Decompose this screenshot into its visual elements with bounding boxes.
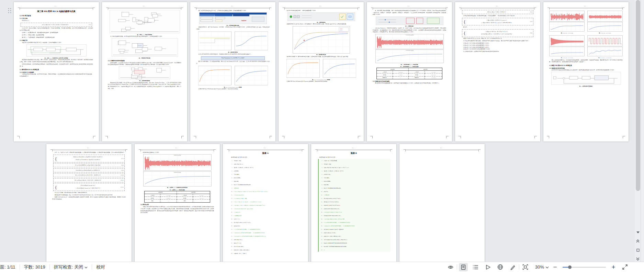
document-page[interactable]: 附录 A第二次设有阶跃响应的值进行对比，从系统仿真的参数数值自整定，具体参数图如… [190, 2, 275, 141]
line-number: 2. [320, 162, 323, 166]
code-listing: 1.format long2.syms Kip Kii w3.Vg=30; C=… [230, 159, 302, 255]
table-cell: 7.60e-03% [193, 197, 210, 200]
select-browse-object-icon[interactable] [635, 247, 641, 253]
code-line: 8.Kii=7.5131884043992956e+06 [230, 183, 302, 186]
paragraph: 相关时间响应参数如表 3-2 所示。 [140, 152, 214, 154]
footer-corner-mark [181, 136, 184, 138]
section-title: 第三章 PID 闭环 BUCK 电路的建模与仿真 [20, 10, 93, 13]
line-number: 15. [320, 207, 323, 211]
scroll-down-icon[interactable] [635, 229, 641, 235]
code-line: 10.e=w*1i; [320, 190, 391, 193]
footer-corner-mark [17, 136, 20, 138]
proofread-button[interactable]: 校对 [96, 264, 105, 270]
figure-simwide [551, 72, 621, 85]
drag-handle-icon[interactable] [8, 8, 12, 13]
table-row: 稳压0稳流1A [144, 200, 210, 202]
table-cell: 稳压 [144, 200, 160, 202]
line-number: 2. [230, 162, 233, 166]
formula-line: | (Kp·s+Ki)/s · K/(Ts+1) |ₛ₌ⱼω = 1 [464, 19, 529, 22]
fit-page-icon[interactable] [521, 263, 530, 271]
web-layout-icon[interactable] [496, 263, 505, 271]
zoom-in-button[interactable]: + [610, 264, 617, 271]
code-line: 11.% 求解过程 [320, 193, 391, 197]
ink-annotation-icon[interactable] [508, 263, 517, 271]
code-line: 13.% d=(-5.6e-3)*(1.2e+23 - 2.2e+18*w^2)… [230, 200, 302, 204]
scrollbar-thumb[interactable] [636, 0, 640, 191]
figure-toolbar [287, 12, 355, 21]
code-line: 14.% g=tan((-112)/(180/pi))+tan(pi/2)+ta… [230, 204, 302, 207]
next-page-icon[interactable] [635, 256, 641, 262]
chevron-down-icon[interactable] [545, 266, 549, 269]
document-page[interactable]: 附录 B附录 B电压环频域分析 MATLAB 代码：1.clear all %/… [311, 144, 396, 262]
table-cell: 稳定时间 [376, 76, 393, 79]
page-header-rule [108, 7, 181, 8]
code-line: 12.% c=vpa(b,2)%Kii 系数 [230, 197, 302, 200]
formula: {√((Kp·ω)²+Ki²)/ω · K/√((Tω)²+1) = 1arct… [462, 29, 533, 37]
formula-line: Gid(s) = IL(s)/d(s) = Vg(RCs+1)/(LCs²+Ls… [55, 156, 120, 158]
heading: 3.4 本章小结 [140, 204, 214, 205]
paragraph: 第二次设有阶跃响应的值进行对比，从系统仿真的参数数值自整定，具体参数图如图 3-… [196, 10, 270, 12]
figure-redwave: 单电流环电压波形图 [375, 34, 444, 49]
zoom-slider[interactable] [563, 267, 606, 268]
table-cell: 超调量 [144, 197, 160, 200]
previous-page-icon[interactable] [635, 238, 641, 244]
document-page[interactable]: 附录 A然后进行系统的参数自整定，其整定参数图如图 3-7 所示。图3-7 参数… [279, 2, 364, 141]
table-cell: 2.19e-04s [425, 76, 442, 79]
figure-plots2o [198, 65, 268, 86]
spell-check-toggle[interactable]: 拼写检查: 关闭 [54, 264, 88, 270]
document-page[interactable]: 附录 A图3-12 Kp:300、Ki:7513888图3-13 Kp:100、… [543, 2, 629, 141]
formula-number: (3-11) [121, 180, 124, 181]
header-corner-mark [50, 149, 53, 151]
paragraph: 此 PLANT IDENTIFICATION 界面所示，系统整定后得到 PLAN… [196, 54, 270, 56]
eye-protect-mode-icon[interactable] [446, 263, 455, 271]
document-page[interactable]: 附录 A其中，G₀ = Vg/(LCs²+Ls/R+1) 是电流环对象传递函数，… [46, 144, 132, 262]
paragraph: 串级 PID 其实就是两个单级 PID“串”在一起组成的，它的信号框图如 3-1… [20, 42, 93, 44]
document-page[interactable]: 附录 A宽。因为是源节电路传递函数，我们一般将快速响应的环路频率设为开关频率的 … [367, 2, 452, 141]
header-corner-mark [93, 8, 95, 10]
line-number: 6. [320, 176, 323, 180]
line-number: 19. [230, 221, 233, 224]
code-line: 17.b=angle(Gv0*(Kvp*e+Kvi)/e); [320, 214, 391, 217]
document-canvas[interactable]: 附录 A第三章 PID 闭环 BUCK 电路的建模与仿真3.1 PID 相关原理… [0, 0, 635, 262]
paragraph: 比例环节，起主要控制作用，使反馈量向目标值靠拢，但可能导致振荡。 [20, 32, 93, 34]
vertical-scrollbar[interactable] [635, 0, 641, 262]
document-page[interactable]: 附录 A [399, 144, 485, 262]
line-number: 14. [230, 204, 233, 207]
line-number: 3. [320, 166, 323, 169]
code-line: 2.format long [320, 162, 391, 166]
table-header-cell: 电压波形 [144, 191, 177, 194]
full-screen-icon[interactable] [620, 263, 629, 271]
line-number: 13. [320, 200, 323, 204]
footer-corner-mark [446, 136, 449, 138]
brace: { [55, 185, 57, 189]
outline-view-icon[interactable] [471, 263, 480, 271]
document-page[interactable]: 附录 AG(s) = (Kp·s + Ki)/s · K/(Ts+1)(3-2)… [455, 2, 540, 141]
figure-bluecurve [549, 47, 585, 56]
document-page[interactable]: 附录 A附录 A电流环频域分析 MATLAB 代码：1.format long2… [223, 144, 308, 262]
line-number: 5. [320, 173, 323, 176]
list-item: (4) Kp:200、Ki:100000000 仿真波形图见图 3-15 所示。 [463, 48, 534, 50]
line-number: 9. [230, 186, 233, 190]
figure-caption: 图3-11 单电流环整定 BUCK 电路波形图 [373, 64, 446, 65]
formula: u(t) = Kp( e(t) + 1/Ti ∫ e(t)dt + Td·de(… [21, 23, 92, 27]
slideshow-icon[interactable] [484, 263, 493, 271]
document-page[interactable]: 附录 A第三章 PID 闭环 BUCK 电路的建模与仿真3.1 PID 相关原理… [14, 2, 99, 141]
footer-corner-mark [534, 136, 537, 138]
document-page[interactable]: 附录 A图3-2 闭环 BUCK 电路仿真模型图为了使仿真模型简洁清晰，将 PI… [102, 2, 187, 141]
zoom-level[interactable]: 30% [535, 264, 544, 270]
document-page[interactable]: 附录 A相关时间响应参数如表 3-2 所示。双闭环电压波形图双闭环电流波形图图3… [135, 144, 220, 262]
code-line: 4.Vg=30; C=20e-6; L=35e-6; R=7.5; [320, 169, 391, 173]
zoom-slider-handle[interactable] [568, 265, 572, 269]
code-line: 26.Gri=tf(num,den); [230, 245, 302, 248]
word-count[interactable]: 字数: 3019 [24, 264, 45, 270]
figure-bluecurve [587, 47, 623, 56]
header-corner-mark [358, 8, 360, 10]
code-listing: 1.clear all %/定义初始值2.format long3.syms K… [318, 159, 391, 252]
paragraph: 为了验证整定参数是否为最优参数，设置四组不同 PI 参数进行对比验证，通过仿真不… [461, 40, 534, 42]
page-header-rule [317, 149, 390, 150]
zoom-out-button[interactable]: − [552, 264, 558, 271]
page-view-icon[interactable] [459, 263, 468, 271]
formula: G₁ = IL(s)/IREF(s) = Gpi·Gid/(1+Gpi·Gid)… [53, 163, 125, 167]
paragraph: 积分环节，消除稳态误差，但会增加超调量。 [20, 34, 93, 36]
brace: { [463, 20, 466, 24]
